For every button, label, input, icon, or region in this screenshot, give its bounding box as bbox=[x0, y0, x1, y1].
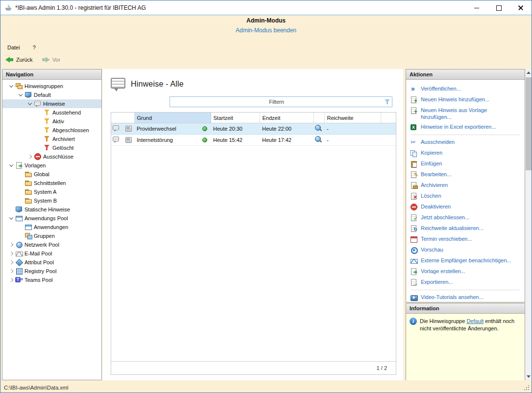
action-hinweis-aus-vorlage[interactable]: Neuen Hinweis aus Vorlage hinzufügen... bbox=[410, 105, 521, 122]
tree-item-anwendungs-pool[interactable]: Anwendungs Pool bbox=[2, 214, 101, 223]
action-archivieren[interactable]: Archivieren bbox=[410, 180, 521, 191]
column-header-startzeit[interactable]: Startzeit bbox=[211, 113, 260, 123]
filter-input[interactable] bbox=[170, 97, 383, 107]
menu-item-datei[interactable]: Datei bbox=[7, 45, 20, 50]
tree-item-system-a[interactable]: System A bbox=[2, 187, 101, 196]
chevron-right-icon[interactable] bbox=[7, 258, 15, 266]
scroll-down-button[interactable] bbox=[525, 373, 532, 380]
action-label: Neuen Hinweis hinzufügen... bbox=[421, 96, 489, 103]
action-exportieren[interactable]: Exportieren... bbox=[410, 277, 521, 288]
tree-item-hinweisgruppen[interactable]: Hinweisgruppen bbox=[2, 82, 101, 91]
action-ausschneiden[interactable]: Ausschneiden bbox=[410, 137, 521, 148]
back-button[interactable]: Zurück bbox=[5, 57, 33, 63]
action-neuer-hinweis[interactable]: Neuen Hinweis hinzufügen... bbox=[410, 94, 521, 105]
tree-item-schnittstellen[interactable]: Schnittstellen bbox=[2, 179, 101, 187]
column-header-scope-icon[interactable] bbox=[314, 113, 324, 123]
action-reichweite-aktualisieren[interactable]: Reichweite aktualisieren... bbox=[410, 223, 521, 234]
status-dot-icon bbox=[201, 124, 209, 132]
action-label: Vorschau bbox=[421, 246, 443, 253]
close-button[interactable] bbox=[509, 0, 532, 15]
tree-item-anwendungen[interactable]: Anwendungen bbox=[2, 223, 101, 231]
column-header-reichweite[interactable]: Reichweite bbox=[324, 113, 381, 123]
filter-funnel-icon[interactable] bbox=[383, 98, 392, 106]
chevron-spacer bbox=[17, 232, 24, 240]
network-icon bbox=[15, 241, 23, 249]
chevron-down-icon[interactable] bbox=[7, 82, 15, 90]
tree-item-hinweise[interactable]: Hinweise bbox=[2, 99, 101, 108]
chevron-spacer bbox=[17, 223, 24, 231]
chevron-down-icon[interactable] bbox=[26, 100, 34, 108]
tree-item-ausstehend[interactable]: Ausstehend bbox=[2, 108, 101, 117]
content-area: Hinweise - Alle Grund Startzeit Endzeit … bbox=[102, 69, 403, 380]
tree-item-aktiv[interactable]: Aktiv bbox=[2, 117, 101, 126]
tree-item-registry-pool[interactable]: Registry Pool bbox=[2, 267, 101, 276]
menu-item-help[interactable]: ? bbox=[33, 45, 36, 50]
action-veroeffentlichen[interactable]: Veröffentlichen... bbox=[410, 84, 521, 94]
action-termin-verschieben[interactable]: Termin verschieben... bbox=[410, 234, 521, 245]
forward-button-label: Vor bbox=[52, 57, 61, 63]
chevron-right-icon[interactable] bbox=[7, 276, 15, 284]
action-deaktivieren[interactable]: Deaktivieren bbox=[410, 202, 521, 212]
action-label: Jetzt abschliessen... bbox=[421, 214, 469, 221]
table-row[interactable]: Providerwechsel Heute 20:30 Heute 22:00 … bbox=[111, 123, 396, 135]
no-entry-icon bbox=[410, 203, 418, 211]
action-label: Neuen Hinweis aus Vorlage hinzufügen... bbox=[421, 107, 519, 120]
chevron-right-icon[interactable] bbox=[7, 250, 15, 257]
resize-grip-icon[interactable] bbox=[524, 385, 530, 391]
copy-icon bbox=[410, 149, 418, 157]
scrollbar-thumb[interactable] bbox=[526, 77, 532, 170]
tree-item-abgeschlossen[interactable]: Abgeschlossen bbox=[2, 126, 101, 135]
action-externe-empfaenger[interactable]: Externe Empfänger benachrichtigen... bbox=[410, 255, 521, 266]
action-vorschau[interactable]: Vorschau bbox=[410, 245, 521, 255]
action-vorlage-erstellen[interactable]: Vorlage erstellen... bbox=[410, 266, 521, 277]
vertical-scrollbar[interactable] bbox=[525, 69, 532, 380]
tree-item-gruppen[interactable]: Gruppen bbox=[2, 231, 101, 240]
chevron-right-icon[interactable] bbox=[7, 267, 15, 275]
tree-item-teams-pool[interactable]: Teams Pool bbox=[2, 276, 101, 284]
chevron-spacer bbox=[35, 144, 43, 152]
cell-endzeit: Heute 17:42 bbox=[260, 135, 314, 146]
forward-button[interactable]: Vor bbox=[42, 57, 61, 63]
group-icon bbox=[24, 232, 32, 240]
tree-item-ausschluesse[interactable]: Ausschlüsse bbox=[2, 152, 101, 161]
folder-icon bbox=[24, 197, 32, 205]
column-header-grund[interactable]: Grund bbox=[134, 113, 211, 123]
table-row[interactable]: Internetstörung Heute 15:42 Heute 17:42 … bbox=[111, 135, 396, 146]
admin-mode-exit-link[interactable]: Admin-Modus beenden bbox=[0, 27, 532, 34]
navigation-tree: Hinweisgruppen Default Hinweise Ausstehe… bbox=[2, 80, 101, 284]
tree-item-default[interactable]: Default bbox=[2, 91, 101, 99]
action-jetzt-abschliessen[interactable]: Jetzt abschliessen... bbox=[410, 212, 521, 223]
chevron-down-icon[interactable] bbox=[7, 214, 15, 222]
mail-icon bbox=[15, 250, 23, 257]
table-empty-space bbox=[111, 146, 396, 361]
action-loeschen[interactable]: Löschen bbox=[410, 191, 521, 202]
action-kopieren[interactable]: Kopieren bbox=[410, 148, 521, 159]
tree-item-statische-hinweise[interactable]: Statische Hinweise bbox=[2, 205, 101, 214]
tree-item-netzwerk-pool[interactable]: Netzwerk Pool bbox=[2, 240, 101, 249]
folder-icon bbox=[24, 179, 32, 187]
scroll-up-button[interactable] bbox=[525, 69, 532, 76]
action-einfuegen[interactable]: Einfügen bbox=[410, 159, 521, 169]
chevron-down-icon[interactable] bbox=[7, 162, 15, 169]
minimize-button[interactable] bbox=[465, 0, 487, 15]
tree-item-system-b[interactable]: System B bbox=[2, 196, 101, 205]
information-link-default[interactable]: Default bbox=[466, 318, 484, 324]
action-label: Reichweite aktualisieren... bbox=[421, 225, 484, 231]
tree-item-archiviert[interactable]: Archiviert bbox=[2, 135, 101, 143]
cell-startzeit: Heute 20:30 bbox=[211, 123, 260, 135]
action-excel-export[interactable]: Hinweise in Excel exportieren... bbox=[410, 122, 521, 133]
action-video-tutorials[interactable]: Video-Tutorials ansehen... bbox=[410, 292, 521, 303]
chevron-right-icon[interactable] bbox=[7, 241, 15, 249]
chevron-right-icon[interactable] bbox=[26, 153, 34, 161]
action-bearbeiten[interactable]: Bearbeiten... bbox=[410, 169, 521, 180]
monitor-icon bbox=[24, 91, 32, 99]
tree-item-vorlagen[interactable]: Vorlagen bbox=[2, 161, 101, 170]
chevron-down-icon[interactable] bbox=[17, 91, 24, 99]
column-header-endzeit[interactable]: Endzeit bbox=[260, 113, 314, 123]
tree-item-attribut-pool[interactable]: Attribut Pool bbox=[2, 258, 101, 267]
maximize-button[interactable] bbox=[487, 0, 509, 15]
tree-item-email-pool[interactable]: E-Mail Pool bbox=[2, 249, 101, 258]
tree-item-global[interactable]: Global bbox=[2, 170, 101, 179]
tree-item-geloescht[interactable]: Gelöscht bbox=[2, 143, 101, 152]
toolbar: Zurück Vor bbox=[0, 53, 60, 66]
